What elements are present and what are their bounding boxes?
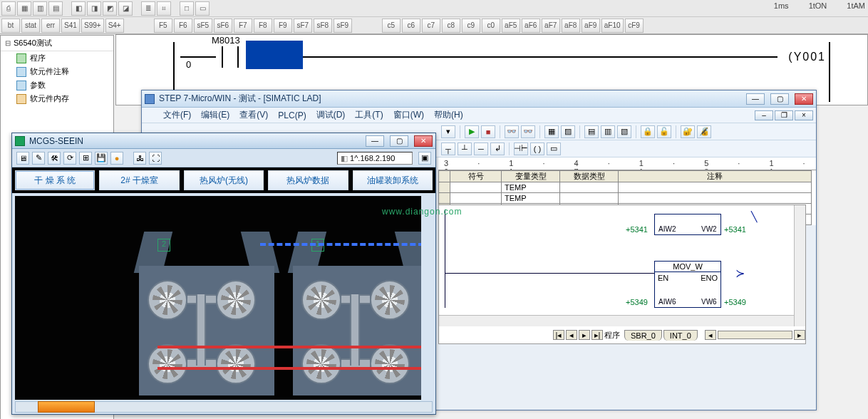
tree-item[interactable]: 软元件注释	[1, 65, 113, 78]
maximize-button[interactable]: ▢	[390, 135, 408, 147]
fkey-button[interactable]: err	[41, 19, 60, 33]
mcgs-tab[interactable]: 干 燥 系 统	[15, 170, 95, 190]
target-icon[interactable]: ▣	[418, 152, 431, 165]
table-cell[interactable]: TEMP	[502, 182, 560, 193]
fkey-button[interactable]: sF9	[334, 19, 352, 33]
fkey-button[interactable]: c5	[382, 19, 401, 33]
maximize-button[interactable]: ▢	[770, 93, 789, 105]
fkey-button[interactable]: F5	[154, 19, 172, 33]
table-row[interactable]: TEMP	[439, 193, 812, 204]
menu-item[interactable]: 编辑(E)	[197, 108, 234, 123]
fkey-button[interactable]: F8	[254, 19, 272, 33]
symtable-header[interactable]: 注释	[619, 171, 812, 182]
table-cell[interactable]	[450, 182, 502, 193]
ladder-contact[interactable]: M8013	[216, 41, 244, 69]
mcgs-tab[interactable]: 热风炉(无线)	[184, 170, 264, 190]
table-cell[interactable]	[560, 193, 619, 204]
ladder-selected-block[interactable]	[246, 41, 303, 69]
ladder-coil[interactable]: (Y001	[788, 51, 826, 63]
lad-branch-up-icon[interactable]: ┴	[458, 143, 472, 155]
fkey-button[interactable]: c9	[462, 19, 480, 33]
fkey-button[interactable]: c8	[442, 19, 460, 33]
save-icon[interactable]: 💾	[95, 152, 108, 165]
tab-nav-prev[interactable]: ◂	[566, 330, 577, 340]
tb1-btn[interactable]: ⌗	[157, 1, 171, 16]
monitor2-icon[interactable]: 👓	[521, 125, 535, 138]
fkey-button[interactable]: F9	[274, 19, 292, 33]
fkey-button[interactable]: c7	[422, 19, 440, 33]
table-cell[interactable]	[560, 182, 619, 193]
fkey-button[interactable]: F7	[234, 19, 252, 33]
menu-item[interactable]: PLC(P)	[274, 109, 310, 122]
fkey-button[interactable]: F6	[174, 19, 192, 33]
tbl2-icon[interactable]: ▨	[561, 125, 575, 138]
mcgs-tab[interactable]: 热风炉数据	[268, 170, 348, 190]
fkey-button[interactable]: S4+	[105, 19, 124, 33]
fkey-button[interactable]: aF10	[601, 19, 624, 33]
menu-item[interactable]: 文件(F)	[159, 108, 195, 123]
fkey-button[interactable]: bt	[1, 19, 20, 33]
fkey-button[interactable]: sF8	[314, 19, 332, 33]
tab-nav-next[interactable]: ▸	[579, 330, 590, 340]
table-cell[interactable]	[450, 193, 502, 204]
fkey-button[interactable]: aF9	[582, 19, 600, 33]
tab-nav-last[interactable]: ▸|	[591, 330, 603, 340]
close-button[interactable]: ✕	[414, 135, 433, 147]
tree-item[interactable]: 软元件内存	[1, 92, 113, 105]
symtable-header[interactable]	[439, 171, 450, 182]
tree-item[interactable]: 程序	[1, 51, 113, 65]
fkey-button[interactable]: cF9	[625, 19, 644, 33]
lad-line-icon[interactable]: ─	[474, 143, 488, 155]
tools-icon[interactable]: 🛠	[48, 152, 61, 165]
run-icon[interactable]: ▶	[465, 125, 479, 138]
fkey-button[interactable]: sF7	[294, 19, 312, 33]
stop-icon[interactable]: ■	[481, 125, 495, 138]
tab-scroll-track[interactable]	[718, 331, 792, 339]
tb1-btn[interactable]: ◨	[87, 1, 101, 16]
tree-item[interactable]: 参数	[1, 78, 113, 92]
fkey-button[interactable]: aF6	[522, 19, 540, 33]
menu-item[interactable]: 窗口(W)	[389, 108, 428, 123]
tbx-icon[interactable]: ▥	[601, 125, 615, 138]
table-cell[interactable]	[619, 182, 812, 193]
tb1-btn[interactable]: ◧	[71, 1, 86, 16]
table-cell[interactable]	[439, 193, 450, 204]
mdi-close-button[interactable]: ×	[795, 110, 813, 120]
lock-icon[interactable]: 🔒	[641, 125, 655, 138]
status-chip[interactable]	[38, 401, 95, 413]
fkey-button[interactable]: aF8	[562, 19, 580, 33]
symtable-header[interactable]: 符号	[450, 171, 502, 182]
fkey-button[interactable]: sF6	[214, 19, 232, 33]
mcgs-tab[interactable]: 2# 干燥室	[99, 170, 179, 190]
fkey-button[interactable]: aF5	[502, 19, 520, 33]
table-cell[interactable]	[619, 193, 812, 204]
tb1-btn[interactable]: □	[180, 1, 194, 16]
fkey-button[interactable]: c0	[482, 19, 500, 33]
table-cell[interactable]	[439, 182, 450, 193]
menu-item[interactable]: 查看(V)	[235, 108, 272, 123]
fkey-button[interactable]: sF5	[194, 19, 212, 33]
tbl-icon[interactable]: ▦	[544, 125, 559, 138]
monitor-icon[interactable]: 🖥	[16, 152, 29, 165]
tbx-icon[interactable]: ▤	[584, 125, 599, 138]
monitor-icon[interactable]: 👓	[505, 125, 519, 138]
step7-ladder-area[interactable]: ╲ +5341 AIW2 VW2 +5341 MOV_W EN ENO ≻ +5…	[438, 205, 806, 344]
tab-nav-first[interactable]: |◂	[553, 330, 564, 340]
lad-return-icon[interactable]: ↲	[490, 143, 505, 155]
lad-box-icon[interactable]: ▭	[547, 143, 561, 155]
tab-scroll-left[interactable]: ◂	[705, 330, 716, 340]
lad-contact-icon[interactable]: ⊣⊢	[514, 143, 528, 155]
fkey-button[interactable]: aF7	[542, 19, 560, 33]
mdi-minimize-button[interactable]: –	[755, 110, 773, 120]
mdi-restore-button[interactable]: ❐	[775, 110, 793, 120]
symtable-header[interactable]: 数据类型	[560, 171, 619, 182]
symtable-header[interactable]: 变量类型	[502, 171, 560, 182]
minimize-button[interactable]: —	[366, 135, 384, 147]
edit-icon[interactable]: ✎	[32, 152, 45, 165]
menu-item[interactable]: 帮助(H)	[430, 108, 467, 123]
tb1-btn[interactable]: ▭	[195, 1, 210, 16]
connect-icon[interactable]: 🖧	[133, 152, 146, 165]
menu-item[interactable]: 工具(T)	[351, 108, 387, 123]
windows-icon[interactable]: ⊞	[79, 152, 92, 165]
padlock-icon[interactable]: 🔐	[681, 125, 695, 138]
